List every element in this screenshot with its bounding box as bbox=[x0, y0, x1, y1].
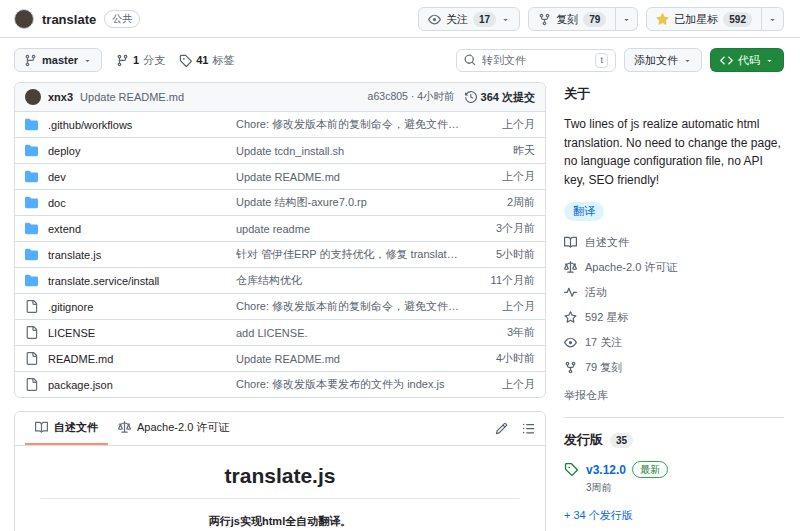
list-icon bbox=[522, 422, 535, 435]
table-row[interactable]: .gitignore Chore: 修改发版本前的复制命令，避免文件名重复 上个… bbox=[15, 293, 545, 319]
outline-button[interactable] bbox=[522, 422, 535, 435]
table-row[interactable]: translate.js 针对 管伊佳ERP 的支持优化，修复 translat… bbox=[15, 241, 545, 267]
fork-count: 79 bbox=[583, 12, 606, 27]
edit-readme-button[interactable] bbox=[495, 422, 508, 435]
file-commit-message-link[interactable]: Chore: 修改发版本前的复制命令，避免文件名重复 bbox=[236, 117, 473, 132]
table-row[interactable]: .github/workflows Chore: 修改发版本前的复制命令，避免文… bbox=[15, 112, 545, 137]
about-meta-list: 自述文件 Apache-2.0 许可证 活动 592 星标 bbox=[564, 235, 784, 375]
file-type-icon bbox=[25, 118, 39, 131]
code-button[interactable]: 代码 bbox=[710, 48, 784, 72]
file-name-link[interactable]: translate.js bbox=[48, 249, 236, 261]
readme-title: translate.js bbox=[41, 464, 519, 499]
file-name-link[interactable]: LICENSE bbox=[48, 327, 236, 339]
watch-count: 17 bbox=[473, 12, 496, 27]
repo-owner-avatar[interactable] bbox=[14, 9, 34, 29]
topic-tag[interactable]: 翻译 bbox=[564, 202, 604, 221]
repo-actions: 关注 17 复刻 79 已加星标 592 bbox=[418, 7, 784, 31]
report-repository-link[interactable]: 举报仓库 bbox=[564, 388, 784, 403]
tag-icon bbox=[564, 462, 578, 495]
file-name-link[interactable]: package.json bbox=[48, 379, 236, 391]
commit-message-link[interactable]: Update README.md bbox=[80, 91, 184, 103]
readme-header: 自述文件 Apache-2.0 许可证 bbox=[15, 412, 545, 446]
file-name-link[interactable]: .gitignore bbox=[48, 301, 236, 313]
about-meta-item[interactable]: 592 星标 bbox=[564, 310, 784, 325]
more-releases-link[interactable]: + 34 个发行版 bbox=[564, 508, 784, 523]
file-commit-message-link[interactable]: Update README.md bbox=[236, 171, 473, 183]
latest-commit-bar: xnx3 Update README.md a63c805 · 4小时前 364… bbox=[15, 83, 545, 112]
latest-badge: 最新 bbox=[632, 461, 668, 478]
file-type-icon bbox=[25, 378, 39, 391]
about-meta-item[interactable]: 79 复刻 bbox=[564, 360, 784, 375]
file-commit-date: 2周前 bbox=[473, 195, 535, 210]
file-commit-date: 上个月 bbox=[473, 117, 535, 132]
commit-author-link[interactable]: xnx3 bbox=[48, 91, 73, 103]
file-commit-message-link[interactable]: update readme bbox=[236, 223, 473, 235]
about-meta-item[interactable]: Apache-2.0 许可证 bbox=[564, 260, 784, 275]
repo-description: Two lines of js realize automatic html t… bbox=[564, 115, 784, 189]
search-input[interactable] bbox=[482, 54, 589, 66]
add-file-button[interactable]: 添加文件 bbox=[624, 48, 702, 72]
sidebar: 关于 Two lines of js realize automatic htm… bbox=[564, 82, 784, 531]
law-icon bbox=[118, 421, 131, 434]
go-to-file-search[interactable]: t bbox=[456, 49, 616, 72]
about-meta-item[interactable]: 17 关注 bbox=[564, 335, 784, 350]
file-type-icon bbox=[25, 196, 39, 209]
table-row[interactable]: translate.service/install 仓库结构优化 11个月前 bbox=[15, 267, 545, 293]
commit-history-link[interactable]: 364 次提交 bbox=[465, 90, 535, 105]
fork-button[interactable]: 复刻 79 bbox=[528, 7, 616, 31]
file-commit-message-link[interactable]: Update tcdn_install.sh bbox=[236, 145, 473, 157]
table-row[interactable]: README.md Update README.md 4小时前 bbox=[15, 345, 545, 371]
file-commit-message-link[interactable]: Chore: 修改发版本前的复制命令，避免文件名重复 bbox=[236, 299, 473, 314]
file-commit-message-link[interactable]: add LICENSE. bbox=[236, 327, 473, 339]
commit-author-avatar[interactable] bbox=[25, 89, 41, 105]
about-title: 关于 bbox=[564, 85, 784, 103]
tab-license[interactable]: Apache-2.0 许可证 bbox=[108, 412, 239, 445]
file-commit-message-link[interactable]: Update 结构图-axure7.0.rp bbox=[236, 195, 473, 210]
repo-header: translate 公共 关注 17 复刻 79 已加星标 bbox=[0, 0, 800, 37]
table-row[interactable]: LICENSE add LICENSE. 3年前 bbox=[15, 319, 545, 345]
file-commit-message-link[interactable]: Update README.md bbox=[236, 353, 473, 365]
table-row[interactable]: deploy Update tcdn_install.sh 昨天 bbox=[15, 137, 545, 163]
file-name-link[interactable]: deploy bbox=[48, 145, 236, 157]
about-meta-item[interactable]: 自述文件 bbox=[564, 235, 784, 250]
file-name-link[interactable]: translate.service/install bbox=[48, 275, 236, 287]
file-commit-date: 11个月前 bbox=[473, 273, 535, 288]
readme-card: 自述文件 Apache-2.0 许可证 translate.js 两 bbox=[14, 411, 546, 531]
commit-sha-time[interactable]: a63c805 · 4小时前 bbox=[368, 90, 455, 104]
watch-button[interactable]: 关注 17 bbox=[418, 7, 520, 31]
fork-dropdown-button[interactable] bbox=[616, 7, 638, 31]
table-row[interactable]: doc Update 结构图-axure7.0.rp 2周前 bbox=[15, 189, 545, 215]
readme-body: translate.js 两行js实现html全自动翻译。 无需改动页面、无语言… bbox=[15, 446, 545, 531]
file-list: .github/workflows Chore: 修改发版本前的复制命令，避免文… bbox=[15, 112, 545, 397]
latest-release-link[interactable]: v3.12.0 最新 3周前 bbox=[564, 461, 784, 495]
table-row[interactable]: extend update readme 3个月前 bbox=[15, 215, 545, 241]
file-name-link[interactable]: doc bbox=[48, 197, 236, 209]
branch-selector[interactable]: master bbox=[14, 48, 102, 72]
code-icon bbox=[720, 54, 733, 67]
file-commit-message-link[interactable]: 针对 管伊佳ERP 的支持优化，修复 translate.selectLangu… bbox=[236, 247, 473, 262]
table-row[interactable]: dev Update README.md 上个月 bbox=[15, 163, 545, 189]
file-name-link[interactable]: README.md bbox=[48, 353, 236, 365]
file-commit-message-link[interactable]: 仓库结构优化 bbox=[236, 273, 473, 288]
branches-link[interactable]: 1 分支 bbox=[116, 53, 165, 68]
readme-tagline-1: 两行js实现html全自动翻译。 bbox=[41, 513, 519, 531]
star-button[interactable]: 已加星标 592 bbox=[646, 7, 762, 31]
file-name-link[interactable]: dev bbox=[48, 171, 236, 183]
table-row[interactable]: package.json Chore: 修改发版本要发布的文件为 index.j… bbox=[15, 371, 545, 397]
tags-link[interactable]: 41 标签 bbox=[179, 53, 234, 68]
about-meta-item[interactable]: 活动 bbox=[564, 285, 784, 300]
repo-name-link[interactable]: translate bbox=[42, 12, 96, 27]
meta-icon bbox=[564, 286, 577, 299]
file-type-icon bbox=[25, 222, 39, 235]
star-dropdown-button[interactable] bbox=[762, 7, 784, 31]
file-commit-date: 4小时前 bbox=[473, 351, 535, 366]
file-name-link[interactable]: .github/workflows bbox=[48, 119, 236, 131]
file-commit-message-link[interactable]: Chore: 修改发版本要发布的文件为 index.js bbox=[236, 377, 473, 392]
tab-readme[interactable]: 自述文件 bbox=[25, 412, 108, 445]
file-type-icon bbox=[25, 300, 39, 313]
code-toolbar: master 1 分支 41 标签 t 添加文件 代码 bbox=[0, 38, 800, 82]
meta-icon bbox=[564, 261, 577, 274]
file-type-icon bbox=[25, 352, 39, 365]
meta-icon bbox=[564, 361, 577, 374]
file-name-link[interactable]: extend bbox=[48, 223, 236, 235]
